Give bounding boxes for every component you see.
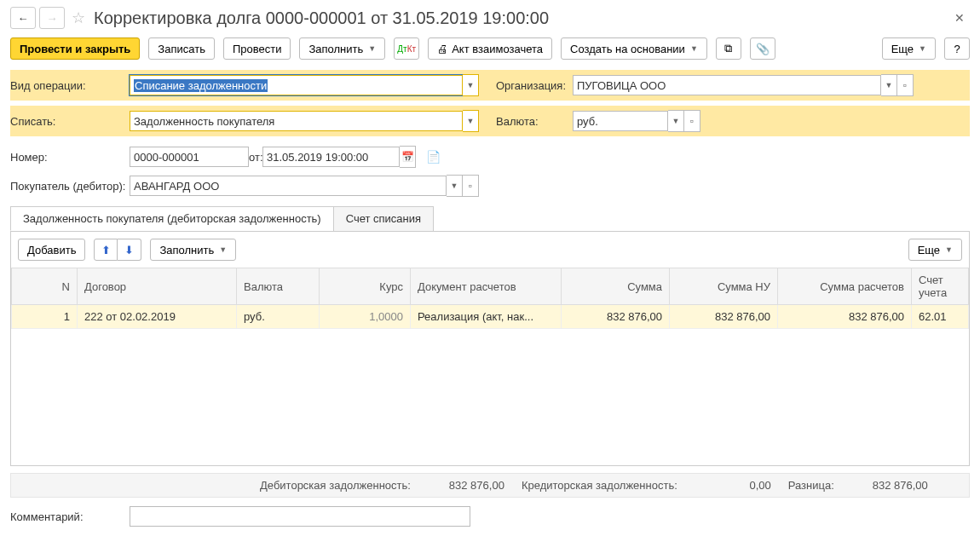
currency-dropdown[interactable]: ▼: [668, 110, 684, 132]
cell-rate[interactable]: 1,0000: [320, 305, 411, 329]
related-icon: ⧉: [724, 42, 732, 55]
op-type-label: Вид операции:: [10, 79, 130, 92]
comment-label: Комментарий:: [10, 510, 130, 523]
cell-n[interactable]: 1: [12, 305, 78, 329]
diff-value: 832 876,00: [860, 479, 928, 492]
related-docs-button[interactable]: ⧉: [716, 37, 741, 60]
col-currency[interactable]: Валюта: [237, 268, 320, 305]
help-button[interactable]: ?: [944, 37, 970, 60]
number-label: Номер:: [10, 151, 130, 164]
chevron-down-icon: ▼: [945, 245, 953, 254]
chevron-down-icon: ▼: [219, 245, 227, 254]
main-toolbar: Провести и закрыть Записать Провести Зап…: [0, 32, 980, 70]
cell-account[interactable]: 62.01: [912, 305, 969, 329]
org-dropdown[interactable]: ▼: [881, 74, 897, 96]
tab-more-label: Еще: [918, 244, 940, 256]
printer-icon: 🖨: [437, 43, 448, 55]
row-op-type: Вид операции: Списание задолженности ▼ О…: [10, 70, 970, 101]
tab-writeoff-account[interactable]: Счет списания: [333, 206, 434, 231]
paperclip-icon: 📎: [756, 43, 770, 55]
create-based-label: Создать на основании: [570, 43, 685, 55]
op-type-dropdown[interactable]: ▼: [463, 74, 479, 96]
tab-debt[interactable]: Задолженность покупателя (дебиторская за…: [10, 206, 334, 231]
move-down-button[interactable]: ⬇: [118, 239, 141, 261]
from-label: от:: [249, 151, 262, 164]
post-button[interactable]: Провести: [223, 37, 291, 60]
cell-doc[interactable]: Реализация (акт, нак...: [411, 305, 562, 329]
row-number: Номер: 0000-000001 от: 31.05.2019 19:00:…: [10, 145, 970, 169]
netting-act-label: Акт взаимозачета: [452, 43, 543, 55]
favorite-star-icon[interactable]: ☆: [68, 8, 89, 28]
deb-value: 832 876,00: [436, 479, 504, 492]
chevron-down-icon: ▼: [690, 44, 698, 53]
cell-sum[interactable]: 832 876,00: [562, 305, 670, 329]
col-doc[interactable]: Документ расчетов: [411, 268, 562, 305]
writeoff-value: Задолженность покупателя: [134, 115, 274, 128]
col-sum[interactable]: Сумма: [562, 268, 670, 305]
col-sum-calc[interactable]: Сумма расчетов: [778, 268, 912, 305]
post-and-close-button[interactable]: Провести и закрыть: [10, 37, 140, 60]
writeoff-label: Списать:: [10, 115, 130, 128]
currency-open-button[interactable]: ▫: [684, 110, 700, 132]
nav-forward-button[interactable]: →: [39, 7, 65, 29]
writeoff-dropdown[interactable]: ▼: [463, 110, 479, 132]
dtct-button[interactable]: ДтКт: [394, 37, 419, 60]
org-open-button[interactable]: ▫: [897, 74, 914, 96]
tab-content: Добавить ⬆ ⬇ Заполнить ▼ Еще ▼ N Договор…: [10, 231, 970, 466]
date-value: 31.05.2019 19:00:00: [267, 151, 368, 164]
form-area: Вид операции: Списание задолженности ▼ О…: [0, 70, 980, 198]
header: ← → ☆ Корректировка долга 0000-000001 от…: [0, 0, 980, 32]
fill-button[interactable]: Заполнить ▼: [299, 37, 385, 60]
page-title: Корректировка долга 0000-000001 от 31.05…: [94, 9, 949, 28]
col-rate[interactable]: Курс: [320, 268, 411, 305]
nav-back-button[interactable]: ←: [10, 7, 36, 29]
buyer-dropdown[interactable]: ▼: [447, 175, 463, 197]
row-buyer: Покупатель (дебитор): АВАНГАРД ООО ▼ ▫: [10, 174, 970, 198]
org-value: ПУГОВИЦА ООО: [577, 79, 666, 92]
tab-more-button[interactable]: Еще ▼: [908, 239, 962, 261]
cred-value: 0,00: [703, 479, 771, 492]
arrow-down-icon: ⬇: [124, 244, 134, 256]
tab-fill-label: Заполнить: [159, 244, 214, 256]
table-row[interactable]: 1 222 от 02.02.2019 руб. 1,0000 Реализац…: [12, 305, 969, 329]
chevron-down-icon: ▼: [368, 44, 376, 53]
arrow-up-icon: ⬆: [101, 244, 111, 256]
org-label: Организация:: [496, 79, 573, 92]
create-based-button[interactable]: Создать на основании ▼: [561, 37, 707, 60]
post-status-icon: 📄: [426, 150, 441, 164]
currency-input[interactable]: руб.: [573, 111, 668, 131]
deb-label: Дебиторская задолженность:: [260, 479, 411, 492]
col-n[interactable]: N: [12, 268, 78, 305]
attachments-button[interactable]: 📎: [750, 37, 775, 60]
move-up-button[interactable]: ⬆: [94, 239, 118, 261]
cell-sum-nu[interactable]: 832 876,00: [670, 305, 778, 329]
op-type-input[interactable]: Списание задолженности: [130, 75, 463, 95]
netting-act-button[interactable]: 🖨 Акт взаимозачета: [428, 37, 552, 60]
col-sum-nu[interactable]: Сумма НУ: [670, 268, 778, 305]
date-input[interactable]: 31.05.2019 19:00:00: [262, 147, 400, 167]
totals-bar: Дебиторская задолженность: 832 876,00 Кр…: [10, 473, 970, 498]
calendar-button[interactable]: 📅: [400, 146, 416, 168]
col-account[interactable]: Счет учета: [912, 268, 969, 305]
more-button[interactable]: Еще ▼: [882, 37, 936, 60]
add-row-button[interactable]: Добавить: [18, 239, 85, 261]
grid-empty-area[interactable]: [11, 329, 969, 465]
buyer-open-button[interactable]: ▫: [463, 175, 479, 197]
calendar-icon: 📅: [401, 151, 414, 163]
number-input[interactable]: 0000-000001: [130, 147, 249, 167]
cell-currency[interactable]: руб.: [237, 305, 320, 329]
comment-input[interactable]: [130, 506, 470, 527]
row-writeoff: Списать: Задолженность покупателя ▼ Валю…: [10, 106, 970, 136]
writeoff-input[interactable]: Задолженность покупателя: [130, 111, 463, 131]
chevron-down-icon: ▼: [919, 44, 926, 53]
tab-fill-button[interactable]: Заполнить ▼: [150, 239, 236, 261]
currency-label: Валюта:: [496, 115, 573, 128]
save-button[interactable]: Записать: [148, 37, 215, 60]
dtct-icon: ДтКт: [397, 44, 416, 54]
buyer-input[interactable]: АВАНГАРД ООО: [130, 176, 447, 196]
close-icon[interactable]: ✕: [949, 11, 970, 25]
cell-contract[interactable]: 222 от 02.02.2019: [78, 305, 237, 329]
org-input[interactable]: ПУГОВИЦА ООО: [573, 75, 881, 95]
col-contract[interactable]: Договор: [78, 268, 237, 305]
cell-sum-calc[interactable]: 832 876,00: [778, 305, 912, 329]
